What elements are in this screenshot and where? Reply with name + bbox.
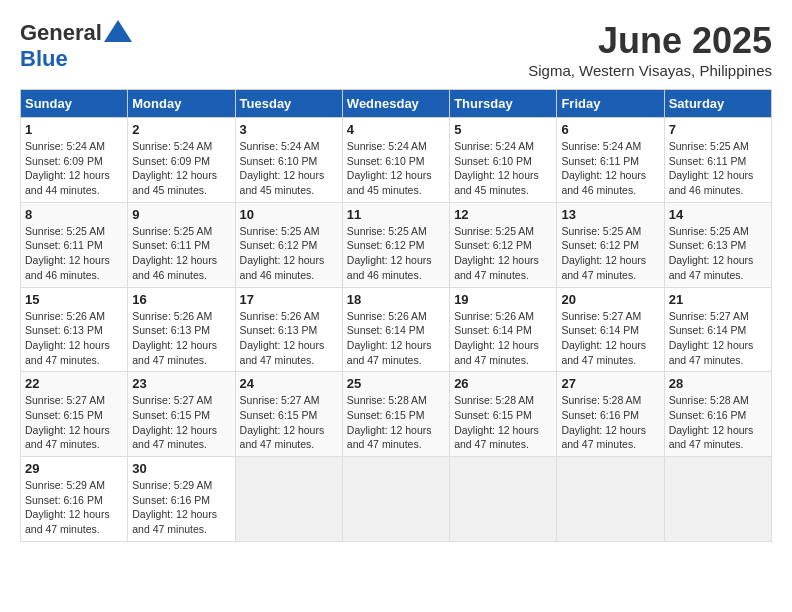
month-year: June 2025 (528, 20, 772, 62)
day-info: Sunrise: 5:24 AMSunset: 6:10 PMDaylight:… (454, 139, 552, 198)
day-info: Sunrise: 5:24 AMSunset: 6:09 PMDaylight:… (25, 139, 123, 198)
calendar: Sunday Monday Tuesday Wednesday Thursday… (20, 89, 772, 542)
day-info: Sunrise: 5:29 AMSunset: 6:16 PMDaylight:… (132, 478, 230, 537)
day-info: Sunrise: 5:26 AMSunset: 6:13 PMDaylight:… (25, 309, 123, 368)
day-info: Sunrise: 5:25 AMSunset: 6:12 PMDaylight:… (347, 224, 445, 283)
day-number: 1 (25, 122, 123, 137)
table-row: 30Sunrise: 5:29 AMSunset: 6:16 PMDayligh… (128, 457, 235, 542)
day-number: 3 (240, 122, 338, 137)
table-row: 3Sunrise: 5:24 AMSunset: 6:10 PMDaylight… (235, 118, 342, 203)
table-row: 2Sunrise: 5:24 AMSunset: 6:09 PMDaylight… (128, 118, 235, 203)
day-number: 8 (25, 207, 123, 222)
day-info: Sunrise: 5:27 AMSunset: 6:15 PMDaylight:… (240, 393, 338, 452)
day-info: Sunrise: 5:24 AMSunset: 6:09 PMDaylight:… (132, 139, 230, 198)
table-row: 18Sunrise: 5:26 AMSunset: 6:14 PMDayligh… (342, 287, 449, 372)
table-row (557, 457, 664, 542)
day-info: Sunrise: 5:26 AMSunset: 6:13 PMDaylight:… (132, 309, 230, 368)
day-info: Sunrise: 5:28 AMSunset: 6:16 PMDaylight:… (561, 393, 659, 452)
day-number: 26 (454, 376, 552, 391)
table-row: 21Sunrise: 5:27 AMSunset: 6:14 PMDayligh… (664, 287, 771, 372)
table-row: 6Sunrise: 5:24 AMSunset: 6:11 PMDaylight… (557, 118, 664, 203)
day-number: 4 (347, 122, 445, 137)
day-info: Sunrise: 5:25 AMSunset: 6:12 PMDaylight:… (454, 224, 552, 283)
table-row: 16Sunrise: 5:26 AMSunset: 6:13 PMDayligh… (128, 287, 235, 372)
day-number: 18 (347, 292, 445, 307)
day-info: Sunrise: 5:25 AMSunset: 6:13 PMDaylight:… (669, 224, 767, 283)
day-number: 15 (25, 292, 123, 307)
table-row: 12Sunrise: 5:25 AMSunset: 6:12 PMDayligh… (450, 202, 557, 287)
day-number: 5 (454, 122, 552, 137)
day-info: Sunrise: 5:28 AMSunset: 6:16 PMDaylight:… (669, 393, 767, 452)
table-row (450, 457, 557, 542)
col-wednesday: Wednesday (342, 90, 449, 118)
table-row: 23Sunrise: 5:27 AMSunset: 6:15 PMDayligh… (128, 372, 235, 457)
day-number: 10 (240, 207, 338, 222)
location: Sigma, Western Visayas, Philippines (528, 62, 772, 79)
title-area: June 2025 Sigma, Western Visayas, Philip… (528, 20, 772, 79)
day-info: Sunrise: 5:29 AMSunset: 6:16 PMDaylight:… (25, 478, 123, 537)
day-info: Sunrise: 5:25 AMSunset: 6:12 PMDaylight:… (240, 224, 338, 283)
table-row: 19Sunrise: 5:26 AMSunset: 6:14 PMDayligh… (450, 287, 557, 372)
table-row: 28Sunrise: 5:28 AMSunset: 6:16 PMDayligh… (664, 372, 771, 457)
day-info: Sunrise: 5:25 AMSunset: 6:12 PMDaylight:… (561, 224, 659, 283)
day-number: 7 (669, 122, 767, 137)
day-info: Sunrise: 5:27 AMSunset: 6:15 PMDaylight:… (25, 393, 123, 452)
table-row: 26Sunrise: 5:28 AMSunset: 6:15 PMDayligh… (450, 372, 557, 457)
day-number: 2 (132, 122, 230, 137)
table-row: 17Sunrise: 5:26 AMSunset: 6:13 PMDayligh… (235, 287, 342, 372)
table-row: 4Sunrise: 5:24 AMSunset: 6:10 PMDaylight… (342, 118, 449, 203)
col-sunday: Sunday (21, 90, 128, 118)
col-tuesday: Tuesday (235, 90, 342, 118)
day-number: 29 (25, 461, 123, 476)
day-number: 6 (561, 122, 659, 137)
day-number: 11 (347, 207, 445, 222)
col-friday: Friday (557, 90, 664, 118)
table-row: 5Sunrise: 5:24 AMSunset: 6:10 PMDaylight… (450, 118, 557, 203)
day-info: Sunrise: 5:28 AMSunset: 6:15 PMDaylight:… (454, 393, 552, 452)
day-number: 28 (669, 376, 767, 391)
day-info: Sunrise: 5:28 AMSunset: 6:15 PMDaylight:… (347, 393, 445, 452)
table-row: 1Sunrise: 5:24 AMSunset: 6:09 PMDaylight… (21, 118, 128, 203)
day-number: 17 (240, 292, 338, 307)
col-thursday: Thursday (450, 90, 557, 118)
table-row: 8Sunrise: 5:25 AMSunset: 6:11 PMDaylight… (21, 202, 128, 287)
table-row (342, 457, 449, 542)
day-number: 14 (669, 207, 767, 222)
table-row (664, 457, 771, 542)
day-info: Sunrise: 5:25 AMSunset: 6:11 PMDaylight:… (132, 224, 230, 283)
day-info: Sunrise: 5:25 AMSunset: 6:11 PMDaylight:… (25, 224, 123, 283)
logo-general: General (20, 20, 102, 46)
table-row: 29Sunrise: 5:29 AMSunset: 6:16 PMDayligh… (21, 457, 128, 542)
day-number: 21 (669, 292, 767, 307)
table-row: 11Sunrise: 5:25 AMSunset: 6:12 PMDayligh… (342, 202, 449, 287)
table-row: 14Sunrise: 5:25 AMSunset: 6:13 PMDayligh… (664, 202, 771, 287)
day-number: 13 (561, 207, 659, 222)
logo-triangle-icon (104, 20, 132, 42)
day-info: Sunrise: 5:27 AMSunset: 6:14 PMDaylight:… (669, 309, 767, 368)
day-number: 23 (132, 376, 230, 391)
day-info: Sunrise: 5:26 AMSunset: 6:14 PMDaylight:… (454, 309, 552, 368)
day-number: 27 (561, 376, 659, 391)
table-row: 9Sunrise: 5:25 AMSunset: 6:11 PMDaylight… (128, 202, 235, 287)
table-row: 20Sunrise: 5:27 AMSunset: 6:14 PMDayligh… (557, 287, 664, 372)
day-number: 22 (25, 376, 123, 391)
day-info: Sunrise: 5:27 AMSunset: 6:15 PMDaylight:… (132, 393, 230, 452)
logo-blue: Blue (20, 46, 68, 72)
table-row: 15Sunrise: 5:26 AMSunset: 6:13 PMDayligh… (21, 287, 128, 372)
day-number: 19 (454, 292, 552, 307)
table-row: 24Sunrise: 5:27 AMSunset: 6:15 PMDayligh… (235, 372, 342, 457)
day-info: Sunrise: 5:26 AMSunset: 6:13 PMDaylight:… (240, 309, 338, 368)
table-row: 7Sunrise: 5:25 AMSunset: 6:11 PMDaylight… (664, 118, 771, 203)
day-number: 12 (454, 207, 552, 222)
day-number: 24 (240, 376, 338, 391)
day-info: Sunrise: 5:24 AMSunset: 6:11 PMDaylight:… (561, 139, 659, 198)
table-row (235, 457, 342, 542)
col-saturday: Saturday (664, 90, 771, 118)
day-info: Sunrise: 5:26 AMSunset: 6:14 PMDaylight:… (347, 309, 445, 368)
day-info: Sunrise: 5:24 AMSunset: 6:10 PMDaylight:… (347, 139, 445, 198)
day-info: Sunrise: 5:25 AMSunset: 6:11 PMDaylight:… (669, 139, 767, 198)
day-number: 20 (561, 292, 659, 307)
day-info: Sunrise: 5:27 AMSunset: 6:14 PMDaylight:… (561, 309, 659, 368)
day-number: 16 (132, 292, 230, 307)
day-number: 25 (347, 376, 445, 391)
